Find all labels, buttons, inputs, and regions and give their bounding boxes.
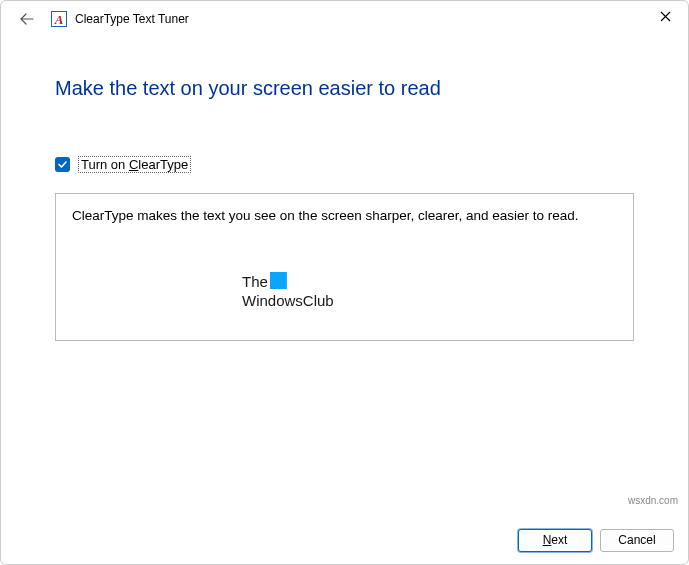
window-title: ClearType Text Tuner xyxy=(75,12,189,26)
back-arrow-icon xyxy=(20,12,34,26)
watermark-square-icon xyxy=(270,272,287,289)
cleartype-checkbox[interactable] xyxy=(55,157,70,172)
footer: Next Cancel xyxy=(1,516,688,564)
sample-text: ClearType makes the text you see on the … xyxy=(72,208,617,223)
page-heading: Make the text on your screen easier to r… xyxy=(55,77,634,100)
titlebar: A ClearType Text Tuner xyxy=(1,1,688,37)
cleartype-checkbox-label[interactable]: Turn on ClearType xyxy=(78,156,191,173)
back-button[interactable] xyxy=(15,7,39,31)
next-button[interactable]: Next xyxy=(518,529,592,552)
cancel-button[interactable]: Cancel xyxy=(600,529,674,552)
close-icon xyxy=(660,11,671,22)
close-button[interactable] xyxy=(642,1,688,31)
cleartype-checkbox-row: Turn on ClearType xyxy=(55,156,634,173)
content-area: Make the text on your screen easier to r… xyxy=(1,37,688,341)
check-icon xyxy=(57,159,68,170)
sample-box: ClearType makes the text you see on the … xyxy=(55,193,634,341)
watermark: The WindowsClub xyxy=(242,272,334,311)
source-label: wsxdn.com xyxy=(628,495,678,506)
app-icon: A xyxy=(51,11,67,27)
